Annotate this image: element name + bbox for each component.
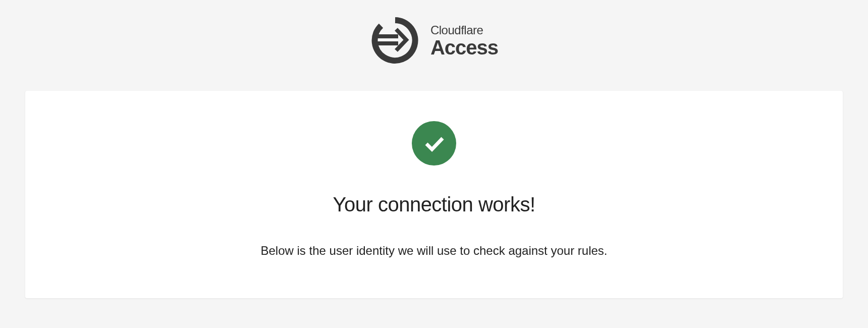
logo-product-text: Access	[430, 37, 498, 58]
status-card: Your connection works! Below is the user…	[25, 91, 843, 298]
success-checkmark-icon	[412, 121, 456, 166]
status-subheading: Below is the user identity we will use t…	[261, 244, 608, 258]
status-heading: Your connection works!	[333, 193, 535, 216]
logo-container: Cloudflare Access	[370, 15, 498, 66]
logo-brand-text: Cloudflare	[430, 23, 498, 37]
page-header: Cloudflare Access	[0, 0, 868, 91]
logo-text: Cloudflare Access	[430, 23, 498, 58]
cloudflare-access-logo-icon	[370, 15, 420, 66]
